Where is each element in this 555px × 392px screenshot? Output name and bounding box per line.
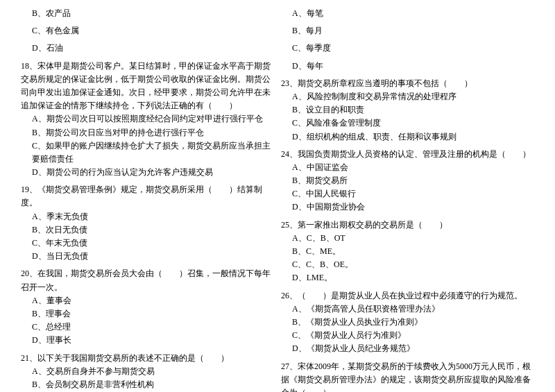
q25-option-a: A、C、B、OT (292, 232, 534, 245)
question-19: 19、《期货交易管理条例》规定，期货交易所采用（ ）结算制度。 A、季末无负债 … (21, 183, 274, 263)
option-text: D、石油 (32, 42, 274, 55)
option-oil: D、石油 (21, 42, 274, 55)
question-26-text: 26、（ ）是期货从业人员在执业过程中必须遵守的行为规范。 (281, 289, 534, 302)
option-nonferrous: C、有色金属 (21, 24, 274, 37)
option-every-time: A、每笔 (281, 7, 534, 20)
question-27-text: 27、宋体2009年，某期货交易所的于续费收入为5000万元人民币，根据《期货交… (281, 360, 534, 393)
q26-option-b: B、《期货从业人员执业行为准则》 (292, 316, 534, 329)
q24-option-a: A、中国证监会 (292, 161, 534, 174)
right-column: A、每笔 B、每月 C、每季度 D、每年 23、期货交易所章程应当遵明的事项不包… (281, 7, 534, 392)
q20-option-b: B、理事会 (32, 307, 274, 321)
question-23-text: 23、期货交易所章程应当遵明的事项不包括（ ） (281, 77, 534, 90)
question-25: 25、第一家推出期权交易的交易所是（ ） A、C、B、OT B、C、ME。 C、… (281, 219, 534, 285)
option-text: B、每月 (292, 24, 534, 37)
question-27: 27、宋体2009年，某期货交易所的于续费收入为5000万元人民币，根据《期货交… (281, 360, 534, 393)
question-20-text: 20、在我国，期货交易所会员大会由（ ）召集，一般情况下每年召开一次。 (21, 267, 274, 293)
q25-option-c: C、C、B、OE。 (292, 258, 534, 271)
q21-option-b: B、会员制交易所是非营利性机构 (32, 378, 274, 391)
q21-option-a: A、交易所自身并不参与期货交易 (32, 365, 274, 378)
option-quarterly: C、每季度 (281, 42, 534, 55)
left-column: B、农产品 C、有色金属 D、石油 18、宋体甲是期货公司客户。某日结算时，甲的… (21, 7, 274, 392)
question-24-text: 24、我国负责期货业人员资格的认定、管理及注册的机构是（ ） (281, 148, 534, 161)
q26-option-d: D、《期货从业人员纪业务规范》 (292, 342, 534, 355)
page-content: B、农产品 C、有色金属 D、石油 18、宋体甲是期货公司客户。某日结算时，甲的… (21, 7, 534, 392)
option-text: A、每笔 (292, 7, 534, 20)
q18-option-c: C、如果甲的账户因继续持仓扩大了损失，期货交易所应当承担主要赔偿责任 (32, 139, 274, 166)
question-21-text: 21、以下关于我国期货交易所的表述不正确的是（ ） (21, 352, 274, 365)
q25-option-b: B、C、ME。 (292, 245, 534, 258)
question-20: 20、在我国，期货交易所会员大会由（ ）召集，一般情况下每年召开一次。 A、董事… (21, 267, 274, 347)
option-text: B、农产品 (32, 7, 274, 20)
q24-option-b: B、期货交易所 (292, 174, 534, 187)
main-columns: B、农产品 C、有色金属 D、石油 18、宋体甲是期货公司客户。某日结算时，甲的… (21, 7, 534, 392)
question-18-text: 18、宋体甲是期货公司客户。某日结算时，甲的保证金水平高于期货交易所规定的保证金… (21, 60, 274, 113)
question-23: 23、期货交易所章程应当遵明的事项不包括（ ） A、风险控制制度和交易异常情况的… (281, 77, 534, 144)
q23-option-d: D、组织机构的组成、职责、任期和议事规则 (292, 130, 534, 144)
q19-option-a: A、季末无负债 (32, 210, 274, 223)
q20-option-d: D、理事长 (32, 334, 274, 347)
q23-option-a: A、风险控制制度和交易异常情况的处理程序 (292, 90, 534, 103)
q19-option-b: B、次日无负债 (32, 223, 274, 237)
option-agriculture: B、农产品 (21, 7, 274, 20)
q20-option-a: A、董事会 (32, 294, 274, 307)
q24-option-c: C、中国人民银行 (292, 187, 534, 201)
q26-option-c: C、《期货从业人员行为准则》 (292, 329, 534, 342)
question-21: 21、以下关于我国期货交易所的表述不正确的是（ ） A、交易所自身并不参与期货交… (21, 352, 274, 393)
question-24: 24、我国负责期货业人员资格的认定、管理及注册的机构是（ ） A、中国证监会 B… (281, 148, 534, 214)
q25-option-d: D、LME。 (292, 271, 534, 284)
q18-option-b: B、期货公司次日应当对甲的持仓进行强行平仓 (32, 126, 274, 139)
q18-option-d: D、期货公司的行为应当认定为允许客户违规交易 (32, 166, 274, 179)
q24-option-d: D、中国期货业协会 (292, 201, 534, 214)
q23-option-b: B、设立目的和职责 (292, 103, 534, 117)
option-monthly: B、每月 (281, 24, 534, 37)
option-text: C、每季度 (292, 42, 534, 55)
option-text: D、每年 (292, 60, 534, 73)
question-19-text: 19、《期货交易管理条例》规定，期货交易所采用（ ）结算制度。 (21, 183, 274, 210)
question-25-text: 25、第一家推出期权交易的交易所是（ ） (281, 219, 534, 232)
question-26: 26、（ ）是期货从业人员在执业过程中必须遵守的行为规范。 A、《期货高管人员任… (281, 289, 534, 356)
q26-option-a: A、《期货高管人员任职资格管理办法》 (292, 302, 534, 316)
q19-option-d: D、当日无负债 (32, 250, 274, 263)
q20-option-c: C、总经理 (32, 321, 274, 334)
q18-option-a: A、期货公司次日可以按照期度经纪合同约定对甲进行强行平仓 (32, 112, 274, 126)
q19-option-c: C、年末无负债 (32, 237, 274, 250)
q23-option-c: C、风险准备金管理制度 (292, 117, 534, 130)
option-yearly: D、每年 (281, 60, 534, 73)
option-text: C、有色金属 (32, 24, 274, 37)
question-18: 18、宋体甲是期货公司客户。某日结算时，甲的保证金水平高于期货交易所规定的保证金… (21, 60, 274, 180)
